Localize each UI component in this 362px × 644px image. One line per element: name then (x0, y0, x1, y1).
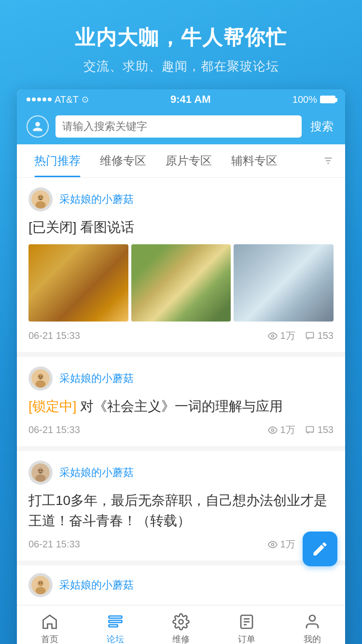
filter-icon[interactable] (319, 151, 337, 171)
svg-rect-18 (306, 426, 313, 432)
search-input-wrapper[interactable] (56, 115, 302, 138)
svg-rect-37 (109, 625, 118, 627)
svg-point-26 (271, 543, 274, 546)
bottom-navigation: 首页 论坛 维修 订单 (17, 605, 345, 644)
signal-dots (27, 98, 52, 101)
nav-forum-label: 论坛 (107, 633, 124, 644)
post-card-1[interactable]: 采姑娘的小蘑菇 [已关闭] 看图说话 06-21 15:33 (17, 178, 345, 352)
views-stat-3: 1万 (268, 538, 295, 551)
avatar-1 (28, 187, 53, 211)
svg-rect-35 (109, 616, 122, 618)
float-action-button[interactable] (303, 532, 337, 566)
comments-stat-2: 153 (305, 424, 334, 435)
post-time-1: 06-21 15:33 (28, 330, 80, 341)
svg-point-23 (35, 475, 45, 482)
svg-point-17 (271, 429, 274, 431)
avatar-4 (28, 573, 53, 597)
forum-icon (107, 613, 124, 630)
post-title-3: 打工10多年，最后无奈辞职，自己想办法创业才是王道！奋斗青春！（转载） (28, 490, 334, 531)
wifi-icon: ⊙ (82, 94, 89, 105)
nav-repair[interactable]: 维修 (148, 611, 214, 644)
post-title-main-2: 对《社会主义》一词的理解与应用 (80, 399, 283, 414)
username-4: 采姑娘的小蘑菇 (59, 578, 134, 592)
tab-original[interactable]: 原片专区 (156, 144, 222, 177)
svg-point-16 (41, 376, 42, 377)
post-header-2: 采姑娘的小蘑菇 (28, 366, 334, 391)
locked-badge-2: [锁定中] (28, 399, 77, 414)
post-time-3: 06-21 15:33 (28, 539, 80, 550)
user-avatar-button[interactable] (27, 115, 49, 138)
battery-icon (320, 96, 335, 103)
time-label: 9:41 AM (170, 93, 211, 106)
carrier-label: AT&T (55, 94, 79, 105)
content-wrapper: 采姑娘的小蘑菇 [已关闭] 看图说话 06-21 15:33 (17, 178, 345, 605)
views-count-2: 1万 (280, 423, 295, 436)
tab-repair[interactable]: 维修专区 (90, 144, 156, 177)
orders-icon (238, 613, 255, 630)
nav-home-label: 首页 (41, 633, 58, 644)
views-count-1: 1万 (280, 329, 295, 342)
username-3: 采姑娘的小蘑菇 (59, 465, 134, 480)
post-footer-2: 06-21 15:33 1万 153 (28, 423, 334, 436)
views-stat-1: 1万 (268, 329, 295, 342)
svg-point-13 (38, 374, 43, 379)
post-footer-3: 06-21 15:33 1万 153 (28, 538, 334, 551)
post-header-1: 采姑娘的小蘑菇 (28, 187, 334, 211)
post-title-1: [已关闭] 看图说话 (28, 217, 334, 238)
post-title-main-1: 看图说话 (80, 220, 134, 235)
tab-material[interactable]: 辅料专区 (222, 144, 287, 177)
svg-rect-9 (306, 332, 313, 338)
comments-count-1: 153 (318, 330, 334, 341)
post-images-1 (28, 244, 334, 322)
svg-point-7 (41, 196, 42, 197)
nav-repair-label: 维修 (172, 633, 190, 644)
hero-subtitle: 交流、求助、趣闻，都在聚玻论坛 (19, 58, 343, 75)
avatar-3 (28, 461, 53, 485)
category-tabs: 热门推荐 维修专区 原片专区 辅料专区 (17, 144, 345, 178)
post-stats-2: 1万 153 (268, 423, 334, 436)
view-icon-3 (268, 540, 278, 549)
nav-home[interactable]: 首页 (17, 611, 83, 644)
svg-rect-36 (109, 620, 122, 623)
user-icon (32, 121, 43, 132)
svg-point-5 (35, 201, 45, 209)
svg-point-34 (41, 582, 42, 583)
search-input[interactable] (62, 120, 295, 133)
svg-point-8 (271, 335, 274, 337)
nav-profile[interactable]: 我的 (279, 611, 345, 644)
comments-count-2: 153 (318, 424, 334, 435)
username-2: 采姑娘的小蘑菇 (59, 371, 134, 386)
view-icon-1 (268, 331, 278, 341)
post-image-1b (131, 244, 231, 322)
views-stat-2: 1万 (268, 423, 295, 436)
post-title-2: [锁定中] 对《社会主义》一词的理解与应用 (28, 396, 334, 417)
avatar-icon-3 (31, 463, 50, 482)
search-button[interactable]: 搜索 (308, 119, 335, 134)
post-card-4-partial[interactable]: 采姑娘的小蘑菇 (17, 565, 345, 605)
svg-point-43 (309, 616, 315, 621)
view-icon-2 (268, 425, 278, 435)
hero-section: 业内大咖，牛人帮你忙 交流、求助、趣闻，都在聚玻论坛 (0, 0, 362, 89)
nav-orders[interactable]: 订单 (214, 611, 279, 644)
comments-stat-1: 153 (305, 330, 334, 341)
svg-point-33 (39, 582, 40, 583)
edit-icon (311, 540, 329, 558)
post-card-3[interactable]: 采姑娘的小蘑菇 打工10多年，最后无奈辞职，自己想办法创业才是王道！奋斗青春！（… (17, 451, 345, 560)
tab-hot[interactable]: 热门推荐 (25, 144, 90, 177)
nav-forum[interactable]: 论坛 (83, 611, 148, 644)
battery-label: 100% (292, 94, 317, 105)
avatar-icon-4 (31, 576, 50, 594)
profile-icon (304, 613, 321, 630)
post-title-main-3: 打工10多年，最后无奈辞职，自己想办法创业才是王道！奋斗青春！（转载） (28, 493, 327, 528)
post-list: 采姑娘的小蘑菇 [已关闭] 看图说话 06-21 15:33 (17, 178, 345, 605)
username-1: 采姑娘的小蘑菇 (59, 192, 134, 207)
post-card-2[interactable]: 采姑娘的小蘑菇 [锁定中] 对《社会主义》一词的理解与应用 06-21 15:3… (17, 357, 345, 446)
nav-orders-label: 订单 (238, 633, 255, 644)
post-image-1a (28, 244, 128, 322)
avatar-icon-1 (31, 190, 50, 209)
home-icon (41, 613, 58, 630)
post-time-2: 06-21 15:33 (28, 424, 80, 435)
svg-point-31 (38, 580, 43, 586)
svg-point-38 (179, 620, 183, 624)
post-image-1c (234, 244, 334, 322)
